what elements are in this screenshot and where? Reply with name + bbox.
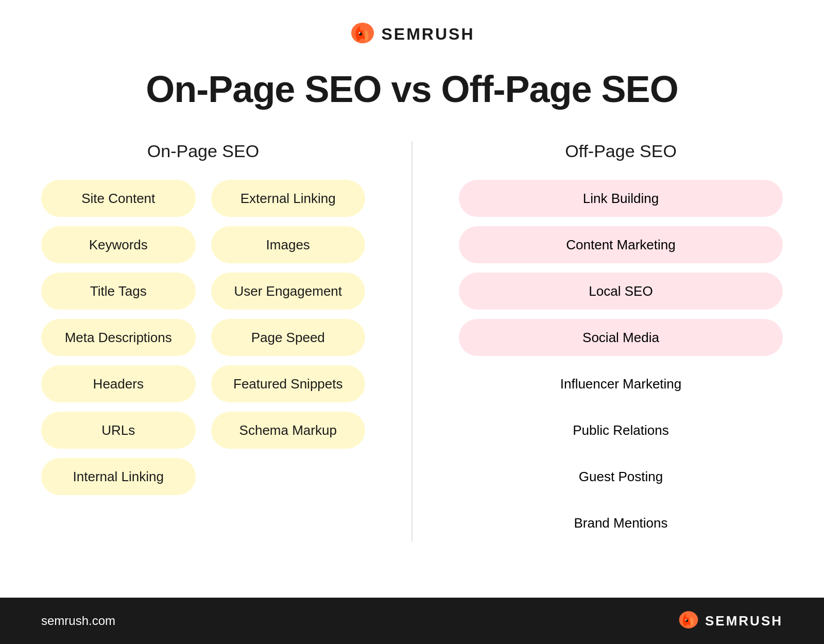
header-logo-text: SEMRUSH [381, 25, 474, 44]
on-page-left-sub-column: Site ContentKeywordsTitle TagsMeta Descr… [41, 180, 196, 495]
footer-logo: SEMRUSH [677, 609, 783, 632]
logo-area: SEMRUSH [349, 21, 474, 47]
off-page-column: Off-Page SEO Link BuildingContent Market… [459, 141, 783, 541]
on-page-left-item: Site Content [41, 180, 196, 217]
page-title: On-Page SEO vs Off-Page SEO [146, 68, 678, 110]
on-page-right-item: Images [211, 226, 366, 263]
on-page-left-item: Meta Descriptions [41, 319, 196, 356]
svg-point-5 [685, 619, 687, 621]
off-page-item: Guest Posting [459, 458, 783, 495]
svg-point-2 [359, 32, 360, 34]
off-page-item: Public Relations [459, 412, 783, 449]
off-page-item: Social Media [459, 319, 783, 356]
column-divider [411, 141, 413, 541]
columns-wrapper: On-Page SEO Site ContentKeywordsTitle Ta… [41, 141, 783, 541]
main-content: SEMRUSH On-Page SEO vs Off-Page SEO On-P… [0, 0, 824, 598]
on-page-right-item: User Engagement [211, 273, 366, 310]
on-page-right-item: External Linking [211, 180, 366, 217]
off-page-item: Local SEO [459, 273, 783, 310]
on-page-column-title: On-Page SEO [147, 141, 259, 161]
off-page-item: Content Marketing [459, 226, 783, 263]
on-page-right-item: Schema Markup [211, 412, 366, 449]
semrush-logo-icon [349, 21, 376, 47]
on-page-right-item: Page Speed [211, 319, 366, 356]
on-page-left-item: Title Tags [41, 273, 196, 310]
on-page-inner: Site ContentKeywordsTitle TagsMeta Descr… [41, 180, 365, 495]
on-page-right-item: Featured Snippets [211, 365, 366, 402]
on-page-left-item: URLs [41, 412, 196, 449]
footer: semrush.com SEMRUSH [0, 598, 824, 644]
on-page-left-item: Internal Linking [41, 458, 196, 495]
on-page-left-item: Keywords [41, 226, 196, 263]
on-page-column: On-Page SEO Site ContentKeywordsTitle Ta… [41, 141, 365, 541]
on-page-right-sub-column: External LinkingImagesUser EngagementPag… [211, 180, 366, 495]
off-page-item: Brand Mentions [459, 504, 783, 541]
off-page-item: Influencer Marketing [459, 365, 783, 402]
footer-logo-text: SEMRUSH [705, 613, 783, 629]
off-page-items: Link BuildingContent MarketingLocal SEOS… [459, 180, 783, 541]
on-page-left-item: Headers [41, 365, 196, 402]
off-page-column-title: Off-Page SEO [565, 141, 677, 161]
off-page-item: Link Building [459, 180, 783, 217]
footer-url: semrush.com [41, 614, 115, 628]
footer-semrush-icon [677, 609, 700, 632]
